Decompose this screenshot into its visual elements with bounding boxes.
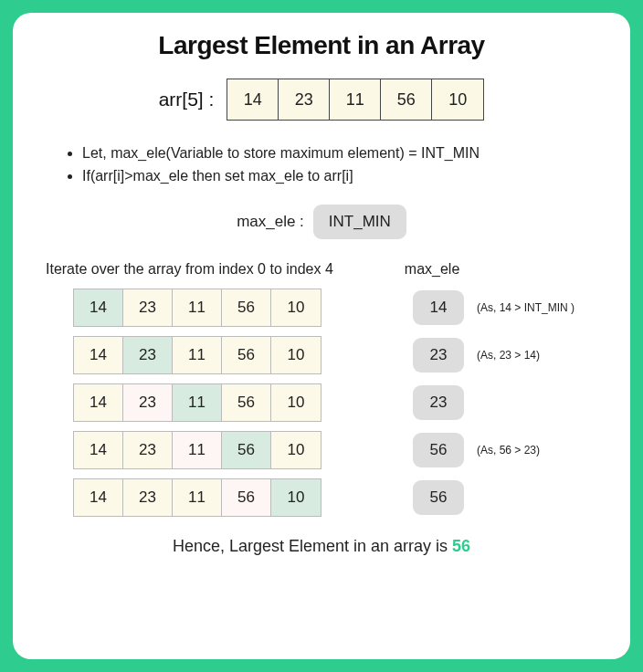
array-label: arr[5] :: [159, 89, 215, 110]
iteration-row: 14 23 11 56 10 23: [73, 383, 601, 422]
iter-cell: 23: [123, 337, 173, 373]
iteration-rows: 14 23 11 56 10 14 (As, 14 > INT_MIN ) 14…: [73, 289, 601, 517]
maxele-label: max_ele :: [237, 213, 304, 231]
iter-cell: 14: [74, 337, 123, 373]
iteration-cells: 14 23 11 56 10: [73, 289, 322, 327]
iteration-cells: 14 23 11 56 10: [73, 383, 322, 422]
bullet-item: If(arr[i]>max_ele then set max_ele to ar…: [82, 165, 601, 188]
maxele-column-header: max_ele: [405, 261, 459, 278]
page-title: Largest Element in an Array: [42, 31, 601, 60]
array-cell: 23: [279, 79, 330, 120]
algorithm-bullets: Let, max_ele(Variable to store maximum e…: [82, 142, 601, 188]
maxele-step-value: 23: [413, 385, 464, 420]
maxele-step-value: 23: [413, 338, 464, 373]
maxele-step-value: 56: [413, 480, 464, 515]
bullet-item: Let, max_ele(Variable to store maximum e…: [82, 142, 601, 165]
iter-cell: 10: [271, 289, 321, 326]
iter-cell: 11: [173, 384, 222, 421]
iter-cell: 11: [173, 479, 222, 516]
iteration-instruction: Iterate over the array from index 0 to i…: [46, 261, 333, 278]
iter-cell: 56: [222, 432, 271, 468]
iter-cell: 10: [271, 432, 321, 468]
iter-cell: 23: [123, 384, 173, 421]
iter-cell: 23: [123, 432, 173, 468]
conclusion: Hence, Largest Element in an array is 56: [42, 537, 601, 556]
iter-cell: 23: [123, 289, 173, 326]
iter-cell: 10: [271, 479, 321, 516]
iteration-row: 14 23 11 56 10 23 (As, 23 > 14): [73, 336, 601, 374]
iter-cell: 56: [222, 479, 271, 516]
iter-cell: 56: [222, 337, 271, 373]
iteration-note: (As, 14 > INT_MIN ): [477, 301, 574, 314]
iter-cell: 56: [222, 289, 271, 326]
iter-cell: 10: [271, 337, 321, 373]
conclusion-text: Hence, Largest Element in an array is: [173, 537, 452, 555]
maxele-step-value: 56: [413, 433, 464, 467]
array-declaration-row: arr[5] : 14 23 11 56 10: [42, 79, 601, 121]
iter-cell: 14: [74, 479, 123, 516]
array-cells: 14 23 11 56 10: [227, 79, 484, 121]
iter-cell: 11: [173, 432, 222, 468]
iteration-note: (As, 23 > 14): [477, 349, 540, 362]
iter-cell: 56: [222, 384, 271, 421]
maxele-init-value: INT_MIN: [313, 205, 406, 239]
iteration-row: 14 23 11 56 10 56: [73, 478, 601, 517]
array-cell: 14: [227, 79, 279, 120]
iteration-header: Iterate over the array from index 0 to i…: [42, 261, 601, 278]
iteration-note: (As, 56 > 23): [477, 444, 540, 457]
iter-cell: 23: [123, 479, 173, 516]
diagram-card: Largest Element in an Array arr[5] : 14 …: [13, 13, 630, 659]
iter-cell: 14: [74, 384, 123, 421]
iteration-cells: 14 23 11 56 10: [73, 336, 322, 374]
iteration-row: 14 23 11 56 10 14 (As, 14 > INT_MIN ): [73, 289, 601, 327]
maxele-step-value: 14: [413, 290, 464, 325]
array-cell: 56: [381, 79, 432, 120]
array-cell: 10: [432, 79, 483, 120]
iter-cell: 10: [271, 384, 321, 421]
array-cell: 11: [330, 79, 381, 120]
iteration-cells: 14 23 11 56 10: [73, 431, 322, 469]
conclusion-answer: 56: [452, 537, 470, 555]
iteration-cells: 14 23 11 56 10: [73, 478, 322, 517]
iter-cell: 11: [173, 337, 222, 373]
iter-cell: 11: [173, 289, 222, 326]
iteration-row: 14 23 11 56 10 56 (As, 56 > 23): [73, 431, 601, 469]
iter-cell: 14: [74, 432, 123, 468]
iter-cell: 14: [74, 289, 123, 326]
maxele-init-row: max_ele : INT_MIN: [42, 205, 601, 239]
